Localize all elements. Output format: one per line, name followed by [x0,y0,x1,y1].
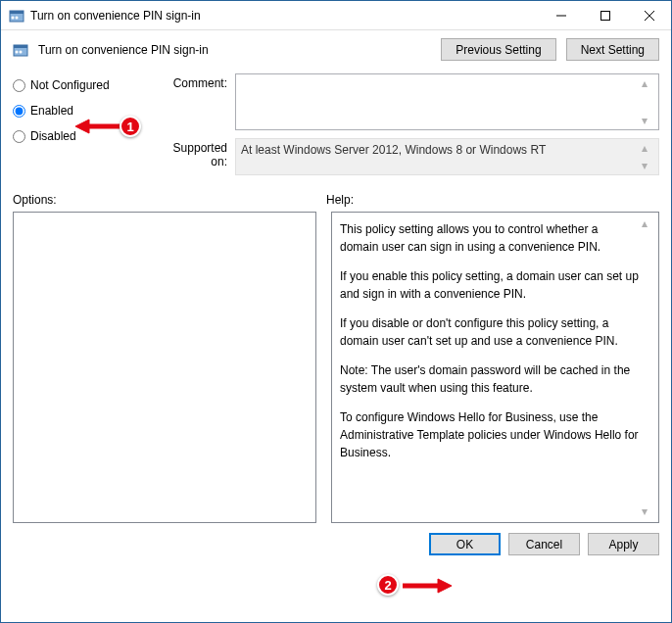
radio-enabled[interactable]: Enabled [13,104,145,118]
supported-row: Supported on: At least Windows Server 20… [155,138,659,175]
help-text: If you enable this policy setting, a dom… [340,267,639,303]
scrollbar[interactable]: ▴▾ [642,141,656,172]
supported-label: Supported on: [155,138,235,175]
policy-title: Turn on convenience PIN sign-in [38,43,431,57]
help-text: To configure Windows Hello for Business,… [340,408,639,461]
comment-row: Comment: ▴▾ [155,73,659,130]
annotation-arrow-2 [395,574,454,600]
radio-enabled-input[interactable] [13,105,25,118]
window-icon [9,8,24,24]
help-text: If you disable or don't configure this p… [340,314,639,350]
apply-button[interactable]: Apply [588,533,659,555]
supported-on-box: At least Windows Server 2012, Windows 8 … [235,138,659,175]
help-text: This policy setting allows you to contro… [340,220,639,256]
svg-point-7 [16,50,19,53]
maximize-button[interactable] [583,1,627,29]
next-setting-button[interactable]: Next Setting [566,38,659,61]
supported-on-text: At least Windows Server 2012, Windows 8 … [241,143,546,157]
radio-label: Disabled [30,129,76,143]
radio-label: Enabled [30,104,73,118]
fields-column: Comment: ▴▾ Supported on: At least Windo… [155,73,659,183]
dialog-buttons: OK Cancel Apply [1,523,671,565]
radio-label: Not Configured [30,78,110,92]
policy-icon [13,42,28,58]
window-controls [539,1,671,29]
ok-button[interactable]: OK [429,533,501,555]
radio-not-configured-input[interactable] [13,79,25,92]
help-panel: This policy setting allows you to contro… [331,212,659,523]
radio-disabled-input[interactable] [13,130,25,143]
svg-point-8 [20,50,23,53]
svg-rect-1 [10,11,24,14]
close-button[interactable] [627,1,671,29]
annotation-badge-2: 2 [377,574,399,596]
options-label: Options: [13,193,326,207]
help-text: Note: The user's domain password will be… [340,361,639,397]
radio-disabled[interactable]: Disabled [13,129,145,143]
svg-point-3 [16,16,19,19]
svg-point-2 [12,16,15,19]
panels-row: This policy setting allows you to contro… [1,212,671,523]
comment-label: Comment: [155,73,235,130]
svg-rect-6 [14,45,27,48]
scrollbar[interactable]: ▴▾ [642,215,656,520]
cancel-button[interactable]: Cancel [508,533,580,555]
state-radios: Not Configured Enabled Disabled [13,73,145,183]
window-title: Turn on convenience PIN sign-in [30,9,539,23]
radio-not-configured[interactable]: Not Configured [13,78,145,92]
minimize-button[interactable] [539,1,583,29]
panel-labels: Options: Help: [1,193,671,212]
comment-textarea[interactable]: ▴▾ [235,73,659,130]
options-panel [13,212,316,523]
header-row: Turn on convenience PIN sign-in Previous… [1,30,671,69]
help-label: Help: [326,193,659,207]
svg-marker-10 [438,579,452,593]
previous-setting-button[interactable]: Previous Setting [441,38,555,61]
svg-rect-4 [600,11,609,20]
titlebar: Turn on convenience PIN sign-in [1,1,671,30]
scrollbar[interactable]: ▴▾ [642,76,656,127]
config-section: Not Configured Enabled Disabled Comment:… [1,69,671,193]
